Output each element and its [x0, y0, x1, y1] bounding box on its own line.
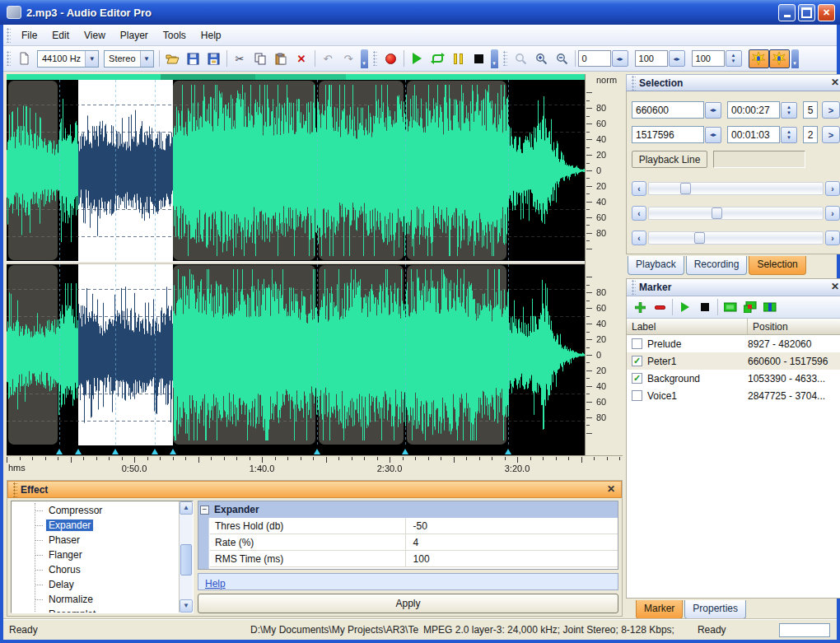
- menu-edit[interactable]: Edit: [44, 26, 77, 44]
- marker-triangle-icon[interactable]: [170, 449, 176, 454]
- checkbox-checked[interactable]: ✓: [632, 356, 642, 366]
- marker-overview-strip[interactable]: [7, 74, 585, 80]
- end-sample-spinner[interactable]: ◂▸: [705, 127, 721, 143]
- menu-view[interactable]: View: [77, 26, 113, 44]
- slider-left-arrow-icon[interactable]: ‹: [632, 181, 646, 196]
- property-group-header[interactable]: − Expander: [198, 501, 618, 518]
- effect-list-scrollbar[interactable]: ▲ ▼: [179, 501, 193, 613]
- tab-playback[interactable]: Playback: [628, 256, 684, 275]
- toolbar-overflow-button[interactable]: ▾: [361, 49, 368, 68]
- chevron-down-icon[interactable]: ▼: [140, 51, 153, 67]
- play-marker-button[interactable]: [675, 298, 695, 316]
- property-row[interactable]: Rate (%) 4: [210, 534, 618, 551]
- snap-right-toggle-button[interactable]: [769, 49, 790, 68]
- remove-marker-button[interactable]: [650, 298, 670, 316]
- playback-line-field[interactable]: [713, 151, 805, 168]
- toolbar-grip[interactable]: [7, 28, 11, 43]
- start-extra-field[interactable]: 5: [803, 101, 818, 119]
- menu-help[interactable]: Help: [194, 26, 229, 44]
- zoom-selection-button[interactable]: [511, 49, 531, 68]
- zoom-horizontal-spinner[interactable]: ◂▸: [669, 50, 685, 67]
- toolbar-overflow-button[interactable]: ▾: [491, 49, 498, 68]
- marker-triangle-icon[interactable]: [314, 449, 320, 454]
- selection-end-sample-field[interactable]: 1517596: [632, 126, 704, 143]
- column-position[interactable]: Position: [748, 319, 840, 334]
- marker-triangle-icon[interactable]: [402, 449, 408, 454]
- maximize-button[interactable]: [798, 4, 815, 21]
- tab-properties[interactable]: Properties: [684, 600, 746, 619]
- loop-play-button[interactable]: [427, 49, 448, 68]
- go-to-start-button[interactable]: >: [822, 101, 840, 119]
- slider-right-arrow-icon[interactable]: ›: [825, 206, 840, 221]
- paste-button[interactable]: [271, 49, 292, 68]
- tab-selection[interactable]: Selection: [749, 256, 805, 275]
- menu-file[interactable]: File: [14, 26, 44, 44]
- select-region-button[interactable]: [721, 298, 740, 316]
- zoom-in-button[interactable]: [531, 49, 552, 68]
- waveform-channel-left[interactable]: [7, 80, 585, 261]
- panel-grip[interactable]: [632, 76, 636, 91]
- add-marker-button[interactable]: [630, 298, 650, 316]
- slider-track[interactable]: [648, 182, 824, 195]
- slider-thumb[interactable]: [712, 207, 722, 219]
- chevron-down-icon[interactable]: ▼: [85, 51, 98, 67]
- marker-triangle-icon[interactable]: [56, 449, 63, 454]
- marker-row-background[interactable]: ✓ Background 1053390 - 4633...: [627, 370, 840, 387]
- slider-left-arrow-icon[interactable]: ‹: [632, 231, 646, 245]
- marker-table-header[interactable]: Label Position: [627, 319, 840, 335]
- effect-item-compressor[interactable]: Compressor: [12, 503, 179, 518]
- slider-left-arrow-icon[interactable]: ‹: [632, 206, 646, 221]
- zoom-vertical-field[interactable]: 100: [692, 50, 725, 67]
- minimize-button[interactable]: [778, 4, 796, 21]
- collapse-icon[interactable]: −: [200, 506, 209, 515]
- effect-item-phaser[interactable]: Phaser: [12, 533, 179, 547]
- copy-button[interactable]: [250, 49, 271, 68]
- selection-end-time-field[interactable]: 00:01:03: [727, 126, 780, 143]
- property-value[interactable]: 4: [406, 534, 618, 550]
- title-bar[interactable]: 2.mp3 - Audio Editor Pro ✕: [0, 0, 840, 25]
- marker-triangle-icon[interactable]: [75, 449, 82, 454]
- zoom-vertical-spinner[interactable]: ▲▼: [726, 50, 742, 67]
- toolbar-grip[interactable]: [503, 51, 507, 66]
- column-label[interactable]: Label: [627, 319, 748, 334]
- region-marker-button[interactable]: [740, 298, 760, 316]
- property-value[interactable]: 100: [406, 551, 618, 566]
- apply-button[interactable]: Apply: [198, 594, 618, 613]
- scroll-up-icon[interactable]: ▲: [180, 501, 193, 515]
- zoom-horizontal-field[interactable]: 100: [635, 50, 668, 67]
- zoom-out-button[interactable]: [552, 49, 572, 68]
- slider-right-arrow-icon[interactable]: ›: [825, 231, 840, 245]
- slider-3[interactable]: ‹ ›: [632, 231, 840, 245]
- close-icon[interactable]: ✕: [828, 77, 840, 90]
- effect-item-expander[interactable]: Expander: [12, 518, 179, 533]
- effect-item-flanger[interactable]: Flanger: [12, 547, 179, 562]
- toolbar-grip[interactable]: [373, 51, 377, 66]
- effect-item-chorus[interactable]: Chorus: [12, 562, 179, 577]
- marker-triangle-icon[interactable]: [152, 449, 158, 454]
- region-playline-button[interactable]: [760, 298, 780, 316]
- scrollbar-thumb[interactable]: [180, 544, 192, 575]
- open-file-button[interactable]: [162, 49, 183, 68]
- redo-button[interactable]: ↷: [338, 49, 359, 68]
- marker-triangle-icon[interactable]: [112, 449, 119, 454]
- new-file-button[interactable]: [14, 49, 35, 68]
- time-ruler[interactable]: [7, 455, 623, 473]
- end-time-spinner[interactable]: ▲▼: [781, 127, 797, 143]
- marker-triangle-icon[interactable]: [505, 449, 511, 454]
- selection-panel-titlebar[interactable]: Selection ✕: [626, 74, 840, 91]
- play-button[interactable]: [407, 49, 427, 68]
- panel-grip[interactable]: [632, 280, 636, 295]
- end-extra-field[interactable]: 2: [803, 126, 818, 143]
- delete-button[interactable]: ✕: [292, 49, 312, 68]
- effect-panel-titlebar[interactable]: Effect ✕: [7, 481, 622, 498]
- undo-button[interactable]: ↶: [318, 49, 338, 68]
- close-button[interactable]: ✕: [818, 4, 835, 21]
- slider-thumb[interactable]: [680, 183, 691, 194]
- marker-row-prelude[interactable]: Prelude 8927 - 482060: [627, 335, 840, 352]
- toolbar-grip[interactable]: [7, 51, 11, 66]
- effect-item-resamplet[interactable]: Resamplet: [12, 607, 179, 613]
- cut-button[interactable]: ✂: [230, 49, 250, 68]
- menu-tools[interactable]: Tools: [156, 26, 194, 44]
- stop-marker-button[interactable]: [695, 298, 715, 316]
- sample-rate-combobox[interactable]: 44100 Hz ▼: [37, 50, 99, 68]
